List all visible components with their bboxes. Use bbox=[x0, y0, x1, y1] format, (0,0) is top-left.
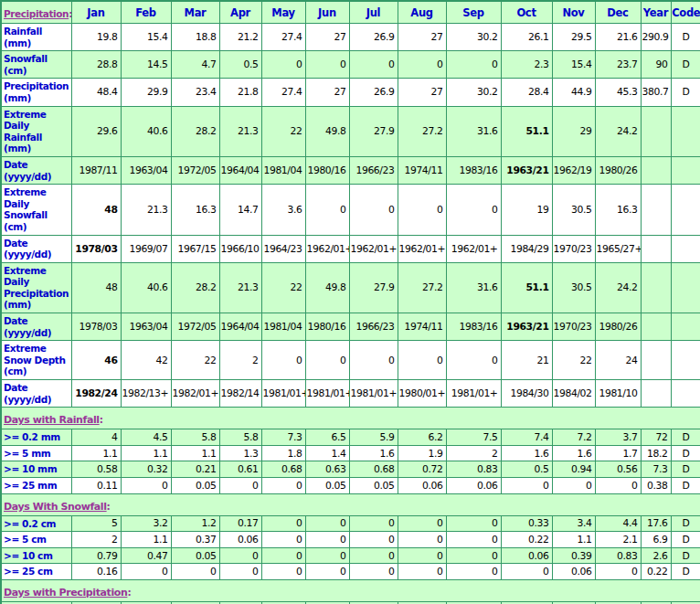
value-cell: 0 bbox=[446, 51, 501, 79]
value-cell: 42 bbox=[121, 341, 171, 380]
row-label: >= 10 mm bbox=[1, 461, 71, 478]
value-cell: 26.9 bbox=[349, 24, 398, 51]
table-row-10-cm: >= 10 cm0.790.470.050000000.060.390.832.… bbox=[1, 547, 700, 564]
value-cell: 0 bbox=[349, 515, 398, 532]
value-cell: 1970/23 bbox=[552, 235, 595, 262]
value-cell: 1981/01+ bbox=[349, 380, 398, 408]
year-cell bbox=[641, 106, 671, 156]
value-cell: 1974/11 bbox=[398, 313, 446, 341]
value-cell: 0.06 bbox=[501, 547, 552, 564]
value-cell: 0 bbox=[349, 341, 398, 380]
value-cell: 0.06 bbox=[398, 478, 446, 494]
table-row-date-yyyy-dd: Date (yyyy/dd)1978/031963/041972/051964/… bbox=[1, 313, 700, 341]
value-cell: 4 bbox=[71, 429, 121, 446]
table-row-snowfall-cm: Snowfall (cm)28.814.54.70.5000002.315.42… bbox=[1, 51, 700, 79]
value-cell: 24.2 bbox=[595, 262, 641, 313]
value-cell: 4.7 bbox=[171, 51, 219, 79]
value-cell: 27 bbox=[305, 79, 349, 106]
value-cell: 0 bbox=[501, 478, 552, 494]
value-cell: 7.3 bbox=[261, 429, 305, 446]
value-cell: 0 bbox=[305, 341, 349, 380]
value-cell: 28.2 bbox=[171, 106, 219, 156]
col-header-may: May bbox=[261, 1, 305, 24]
value-cell: 1980/26 bbox=[595, 156, 641, 184]
value-cell: 44.9 bbox=[552, 79, 595, 106]
value-cell: 1981/01+ bbox=[305, 380, 349, 408]
value-cell: 0.17 bbox=[219, 515, 261, 532]
value-cell: 1982/24 bbox=[71, 380, 121, 408]
value-cell: 0.21 bbox=[171, 461, 219, 478]
value-cell: 0.79 bbox=[71, 547, 121, 564]
table-row-0-2-mm: >= 0.2 mm44.55.85.87.36.55.96.27.57.47.2… bbox=[1, 429, 700, 446]
table-row-0-2-cm: >= 0.2 cm53.21.20.17000000.333.44.417.6D bbox=[1, 515, 700, 532]
row-label: Extreme Daily Snowfall (cm) bbox=[1, 185, 71, 235]
row-label: >= 25 mm bbox=[1, 478, 71, 494]
code-cell: D bbox=[671, 51, 700, 79]
value-cell: 18.8 bbox=[171, 24, 219, 51]
value-cell: 1981/01+ bbox=[446, 380, 501, 408]
precipitation-link[interactable]: Precipitation bbox=[4, 8, 69, 19]
value-cell: 0 bbox=[349, 51, 398, 79]
value-cell: 0.61 bbox=[219, 461, 261, 478]
code-cell bbox=[671, 262, 700, 313]
value-cell: 0 bbox=[261, 341, 305, 380]
year-cell: 6.9 bbox=[641, 532, 671, 548]
value-cell: 24.2 bbox=[595, 106, 641, 156]
value-cell: 0.05 bbox=[349, 478, 398, 494]
value-cell: 1.8 bbox=[261, 445, 305, 461]
col-header-jan: Jan bbox=[71, 1, 121, 24]
section-header-days-with-precipitation: Days with Precipitation: bbox=[1, 579, 700, 601]
value-cell: 27.2 bbox=[398, 262, 446, 313]
year-cell: 90 bbox=[641, 51, 671, 79]
value-cell: 0 bbox=[398, 532, 446, 548]
value-cell: 1972/05 bbox=[171, 313, 219, 341]
code-cell bbox=[671, 185, 700, 235]
value-cell: 22 bbox=[552, 341, 595, 380]
section-link-days-with-precipitation[interactable]: Days with Precipitation bbox=[4, 587, 127, 599]
row-label: Extreme Snow Depth (cm) bbox=[1, 341, 71, 380]
value-cell: 0.68 bbox=[349, 461, 398, 478]
section-link-days-with-rainfall[interactable]: Days with Rainfall bbox=[4, 414, 100, 426]
value-cell: 30.5 bbox=[552, 262, 595, 313]
value-cell: 30.2 bbox=[446, 24, 501, 51]
code-cell: D bbox=[671, 515, 700, 532]
value-cell: 23.7 bbox=[595, 51, 641, 79]
table-row-date-yyyy-dd: Date (yyyy/dd)1982/241982/13+1982/01+198… bbox=[1, 380, 700, 408]
value-cell: 1981/04 bbox=[261, 313, 305, 341]
value-cell: 1972/05 bbox=[171, 156, 219, 184]
value-cell: 29.9 bbox=[121, 79, 171, 106]
table-row-25-mm: >= 25 mm0.1100.05000.050.050.060.060000.… bbox=[1, 478, 700, 494]
value-cell: 1981/04 bbox=[261, 156, 305, 184]
section-row-days-with-rainfall: Days with Rainfall: bbox=[1, 408, 700, 429]
value-cell: 0 bbox=[446, 185, 501, 235]
value-cell: 2 bbox=[219, 341, 261, 380]
value-cell: 1966/10 bbox=[219, 235, 261, 262]
value-cell: 0 bbox=[261, 515, 305, 532]
value-cell: 27.9 bbox=[349, 262, 398, 313]
value-cell: 0 bbox=[261, 564, 305, 580]
year-cell bbox=[641, 341, 671, 380]
table-row-extreme-daily-snowfall-cm: Extreme Daily Snowfall (cm)4821.316.314.… bbox=[1, 185, 700, 235]
value-cell: 1970/23 bbox=[552, 313, 595, 341]
value-cell: 1981/10 bbox=[595, 380, 641, 408]
section-link-days-with-snowfall[interactable]: Days With Snowfall bbox=[4, 501, 107, 513]
value-cell: 1966/23 bbox=[349, 156, 398, 184]
value-cell: 27 bbox=[305, 24, 349, 51]
value-cell: 0.58 bbox=[71, 461, 121, 478]
code-cell: D bbox=[671, 478, 700, 494]
value-cell: 0.5 bbox=[219, 51, 261, 79]
table-row-date-yyyy-dd: Date (yyyy/dd)1987/111963/041972/051964/… bbox=[1, 156, 700, 184]
value-cell: 0 bbox=[595, 478, 641, 494]
value-cell: 21.2 bbox=[219, 24, 261, 51]
value-cell: 19.8 bbox=[71, 24, 121, 51]
value-cell: 49.8 bbox=[305, 106, 349, 156]
value-cell: 15.4 bbox=[121, 24, 171, 51]
value-cell: 21 bbox=[501, 341, 552, 380]
value-cell: 0.5 bbox=[501, 461, 552, 478]
section-header-days-with-snowfall: Days With Snowfall: bbox=[1, 493, 700, 515]
col-header-jun: Jun bbox=[305, 1, 349, 24]
value-cell: 1964/04 bbox=[219, 156, 261, 184]
value-cell: 1982/14 bbox=[219, 380, 261, 408]
col-header-sep: Sep bbox=[446, 1, 501, 24]
value-cell: 27.9 bbox=[349, 106, 398, 156]
